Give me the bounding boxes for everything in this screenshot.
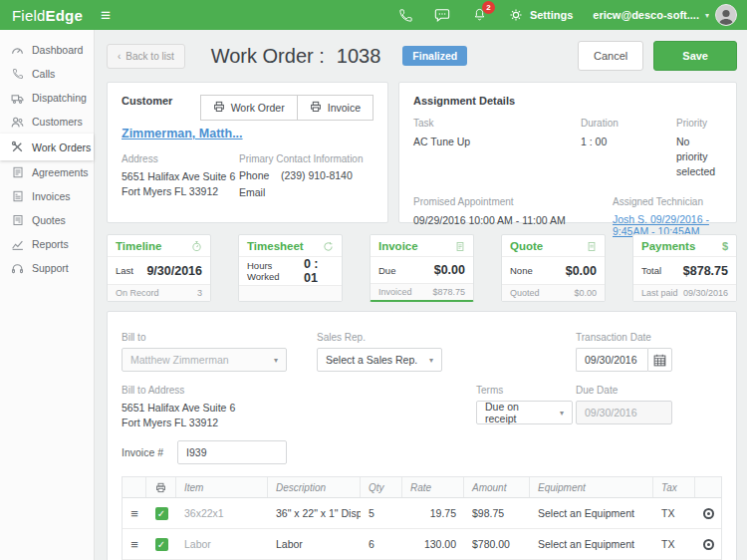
- bill-to-select[interactable]: Matthew Zimmerman ▾: [122, 348, 287, 372]
- quote-icon: [587, 241, 597, 252]
- qty-cell[interactable]: 5: [361, 507, 402, 519]
- sidebar-item-label: Dispatching: [32, 92, 87, 104]
- sidebar-item-dashboard[interactable]: Dashboard: [0, 38, 94, 62]
- assigned-technician-label: Assigned Technician: [613, 196, 722, 207]
- sidebar-item-customers[interactable]: Customers: [0, 110, 94, 134]
- quote-body-value: $0.00: [566, 264, 597, 278]
- headset-icon: [11, 262, 24, 275]
- settings-menu[interactable]: Settings: [508, 7, 573, 24]
- sync-icon: [323, 241, 334, 252]
- sidebar-item-label: Quotes: [32, 214, 66, 226]
- payments-body-label: Total: [641, 265, 661, 276]
- row-settings-gear-icon[interactable]: [703, 539, 714, 550]
- chevron-down-icon: ▾: [421, 356, 433, 365]
- notifications-bell-icon[interactable]: 2: [471, 7, 488, 24]
- chat-icon[interactable]: [434, 7, 451, 24]
- sidebar-item-calls[interactable]: Calls: [0, 62, 94, 86]
- calendar-icon[interactable]: [647, 348, 672, 372]
- sales-rep-select[interactable]: Select a Sales Rep. ▾: [317, 348, 442, 372]
- invoice-number-input[interactable]: [177, 440, 287, 464]
- phone-icon[interactable]: [397, 7, 414, 24]
- transaction-date-input[interactable]: [576, 348, 647, 372]
- user-menu[interactable]: ericw@desco-soft.... ▾: [593, 4, 737, 26]
- quote-card[interactable]: Quote None $0.00 Quoted $0.00: [501, 234, 606, 302]
- sidebar-item-work-orders[interactable]: Work Orders: [0, 134, 94, 160]
- cancel-button[interactable]: Cancel: [578, 41, 643, 71]
- payments-card[interactable]: Payments $ Total $878.75 Last paid 09/30…: [632, 234, 737, 302]
- amount-cell: $98.75: [464, 507, 530, 519]
- status-badge: Finalized: [402, 46, 467, 66]
- sidebar-item-agreements[interactable]: Agreements: [0, 160, 94, 184]
- drag-column-header: [123, 477, 146, 497]
- drag-handle-icon[interactable]: ≡: [123, 506, 146, 521]
- sales-rep-value: Select a Sales Rep.: [326, 354, 417, 366]
- timeline-card[interactable]: Timeline Last 9/30/2016 On Record 3: [107, 234, 211, 302]
- printer-icon: [310, 101, 322, 115]
- main-content: ‹ Back to list Work Order : 1038 Finaliz…: [95, 30, 747, 560]
- sidebar-item-support[interactable]: Support: [0, 256, 94, 280]
- tax-cell[interactable]: TX: [653, 538, 695, 550]
- quote-footer-label: Quoted: [510, 288, 540, 298]
- menu-icon[interactable]: ≡: [101, 7, 111, 24]
- item-cell[interactable]: 36x22x1: [176, 507, 268, 519]
- work-order-toolbar: ‹ Back to list Work Order : 1038 Finaliz…: [107, 40, 737, 72]
- invoice-icon: [455, 241, 465, 252]
- print-invoice-button[interactable]: Invoice: [297, 95, 374, 121]
- terms-select[interactable]: Due on receipt ▾: [476, 401, 573, 424]
- column-header-tax: Tax: [653, 477, 695, 497]
- print-checkbox[interactable]: ✓: [155, 507, 168, 520]
- column-header-item: Item: [176, 477, 268, 497]
- chevron-down-icon: ▾: [705, 11, 709, 20]
- description-cell[interactable]: Labor: [268, 538, 361, 550]
- rate-cell[interactable]: 19.75: [402, 507, 464, 519]
- address-line2: Fort Myers FL 33912: [122, 184, 239, 199]
- timesheet-card[interactable]: Timesheet Hours Worked 0 : 01: [238, 234, 343, 302]
- chart-line-icon: [11, 238, 24, 251]
- print-work-order-button[interactable]: Work Order: [200, 95, 297, 121]
- timeline-footer-label: On Record: [116, 288, 159, 298]
- column-header-rate: Rate: [402, 477, 464, 497]
- column-header-amount: Amount: [464, 477, 530, 497]
- table-row: ≡ ✓ 36x22x1 36" x 22" x 1" Disposable Fi…: [123, 498, 721, 529]
- due-date-label: Due Date: [576, 385, 672, 396]
- quote-document-icon: [11, 214, 24, 227]
- invoice-number-label: Invoice #: [122, 446, 163, 458]
- sidebar-item-invoices[interactable]: Invoices: [0, 184, 94, 208]
- sidebar-item-quotes[interactable]: Quotes: [0, 208, 94, 232]
- payments-footer-value: 09/30/2016: [683, 288, 728, 298]
- item-cell[interactable]: Labor: [176, 538, 268, 550]
- back-to-list-button[interactable]: ‹ Back to list: [107, 44, 185, 69]
- settings-label: Settings: [530, 9, 573, 21]
- invoice-card[interactable]: Invoice Due $0.00 Invoiced $878.75: [370, 234, 474, 302]
- duration-label: Duration: [581, 118, 676, 129]
- work-order-title: Work Order :: [211, 45, 325, 68]
- payments-footer-label: Last paid: [641, 288, 678, 298]
- invoice-footer-label: Invoiced: [378, 287, 412, 297]
- tools-icon: [11, 140, 24, 153]
- tax-cell[interactable]: TX: [653, 507, 695, 519]
- email-label: Email: [239, 186, 281, 198]
- promised-appointment-label: Promised Appointment: [413, 196, 613, 207]
- priority-value: No priority selected: [676, 135, 722, 180]
- row-settings-gear-icon[interactable]: [703, 508, 714, 519]
- qty-cell[interactable]: 6: [361, 538, 402, 550]
- save-button[interactable]: Save: [653, 41, 737, 71]
- timesheet-body-label: Hours Worked: [247, 260, 304, 282]
- fieldedge-logo[interactable]: FieldEdge: [12, 7, 83, 24]
- equipment-select-cell[interactable]: Select an Equipment: [530, 507, 653, 519]
- rate-cell[interactable]: 130.00: [402, 538, 464, 550]
- payments-title: Payments: [641, 240, 695, 252]
- sidebar-item-reports[interactable]: Reports: [0, 232, 94, 256]
- bill-to-address-line1: 5651 Halifax Ave Suite 6: [122, 401, 359, 416]
- sidebar-item-dispatching[interactable]: Dispatching: [0, 86, 94, 110]
- equipment-select-cell[interactable]: Select an Equipment: [530, 538, 653, 550]
- description-cell[interactable]: 36" x 22" x 1" Disposable Filter: [268, 507, 361, 519]
- print-checkbox[interactable]: ✓: [155, 538, 168, 551]
- customer-name-link[interactable]: Zimmerman, Matth...: [122, 127, 243, 140]
- invoice-title: Invoice: [378, 240, 418, 252]
- drag-handle-icon[interactable]: ≡: [123, 537, 146, 552]
- quote-body-label: None: [510, 265, 533, 276]
- stopwatch-icon: [191, 240, 202, 252]
- timesheet-title: Timesheet: [247, 240, 304, 252]
- sidebar-item-label: Calls: [32, 68, 55, 80]
